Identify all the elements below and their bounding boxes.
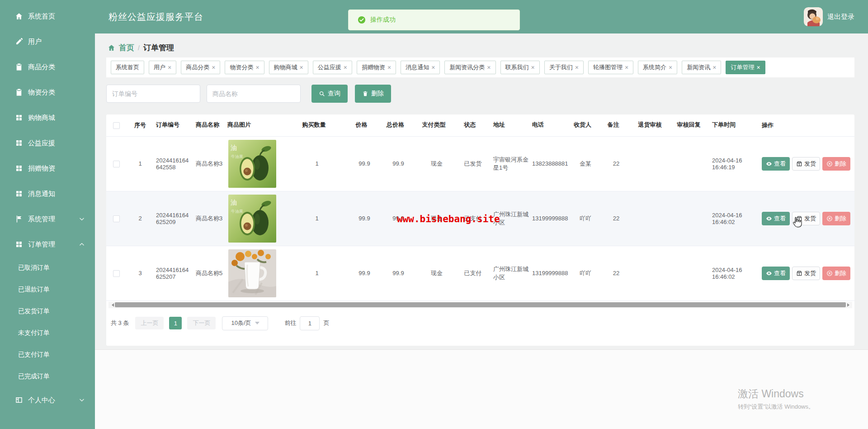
close-icon[interactable]: × — [431, 64, 435, 71]
view-button[interactable]: 查看 — [762, 267, 790, 280]
col-header-order-time[interactable]: 下单时间 — [710, 114, 760, 136]
col-header-price[interactable]: 价格 — [351, 114, 378, 136]
close-icon[interactable]: × — [344, 64, 347, 71]
breadcrumb-home[interactable]: 首页 — [119, 43, 134, 53]
sort-carets-icon[interactable] — [703, 121, 707, 129]
row-delete-button[interactable]: 删除 — [822, 157, 850, 171]
tab-welfare-support[interactable]: 公益应援× — [313, 61, 352, 74]
tab-carousel-manage[interactable]: 轮播图管理× — [588, 61, 633, 74]
select-all-checkbox[interactable] — [113, 122, 120, 129]
sort-carets-icon[interactable] — [182, 121, 185, 129]
sidebar-item-system-manage[interactable]: 系统管理 — [0, 206, 95, 232]
view-button[interactable]: 查看 — [762, 212, 790, 225]
sort-carets-icon[interactable] — [478, 121, 482, 129]
sidebar-item-welfare-support[interactable]: 公益应援 — [0, 130, 95, 156]
col-header-product-image[interactable]: 商品图片 — [225, 114, 283, 136]
tab-system-intro[interactable]: 系统简介× — [638, 61, 677, 74]
sort-carets-icon[interactable] — [622, 121, 625, 129]
col-header-return-audit[interactable]: 退货审核 — [632, 114, 674, 136]
close-icon[interactable]: × — [625, 64, 628, 71]
col-header-phone[interactable]: 电话 — [530, 114, 571, 136]
sidebar-item-system-home[interactable]: 系统首页 — [0, 4, 95, 29]
tab-shopping-mall[interactable]: 购物商城× — [269, 61, 308, 74]
product-name-input[interactable] — [207, 85, 301, 103]
sort-carets-icon[interactable] — [546, 121, 550, 129]
goto-page-input[interactable] — [300, 316, 320, 330]
close-icon[interactable]: × — [531, 64, 535, 71]
col-header-product-name[interactable]: 商品名称 — [193, 114, 225, 136]
query-button[interactable]: 查询 — [311, 85, 348, 103]
row-checkbox[interactable] — [113, 161, 120, 167]
close-icon[interactable]: × — [168, 64, 171, 71]
close-icon[interactable]: × — [712, 64, 716, 71]
col-header-audit-reply[interactable]: 审核回复 — [674, 114, 710, 136]
ship-button[interactable]: 发货 — [792, 212, 820, 225]
sidebar-subitem-shipped-orders[interactable]: 已发货订单 — [0, 300, 95, 322]
sort-carets-icon[interactable] — [664, 121, 668, 129]
col-header-pay-type[interactable]: 支付类型 — [419, 114, 455, 136]
sidebar-subitem-refunded-orders[interactable]: 已退款订单 — [0, 279, 95, 300]
scroll-left-arrow[interactable] — [108, 302, 115, 308]
tab-order-manage[interactable]: 订单管理× — [726, 61, 765, 74]
close-icon[interactable]: × — [756, 64, 760, 71]
ship-button[interactable]: 发货 — [792, 157, 820, 171]
row-delete-button[interactable]: 删除 — [822, 267, 850, 280]
sidebar-subitem-cancelled-orders[interactable]: 已取消订单 — [0, 257, 95, 279]
tab-system-home[interactable]: 系统首页 — [111, 61, 144, 74]
close-icon[interactable]: × — [212, 64, 215, 71]
tab-about-us[interactable]: 关于我们× — [544, 61, 584, 74]
tab-news[interactable]: 新闻资讯× — [682, 61, 721, 74]
sidebar-subitem-completed-orders[interactable]: 已完成订单 — [0, 366, 95, 387]
next-page-button[interactable]: 下一页 — [187, 317, 216, 329]
sort-carets-icon[interactable] — [406, 121, 410, 129]
order-no-input[interactable] — [106, 85, 200, 103]
close-icon[interactable]: × — [300, 64, 303, 71]
row-delete-button[interactable]: 删除 — [822, 212, 850, 225]
sort-carets-icon[interactable] — [507, 121, 511, 129]
scroll-thumb[interactable] — [115, 302, 846, 307]
row-checkbox[interactable] — [113, 270, 120, 277]
tab-news-category[interactable]: 新闻资讯分类× — [444, 61, 495, 74]
delete-button[interactable]: 删除 — [355, 85, 391, 103]
sidebar-subitem-paid-orders[interactable]: 已支付订单 — [0, 344, 95, 366]
row-checkbox[interactable] — [113, 215, 120, 222]
sidebar-subitem-unpaid-orders[interactable]: 未支付订单 — [0, 322, 95, 344]
page-1-button[interactable]: 1 — [169, 317, 182, 329]
tab-donated-materials[interactable]: 捐赠物资× — [357, 61, 396, 74]
col-header-address[interactable]: 地址 — [491, 114, 530, 136]
sidebar-item-order-manage[interactable]: 订单管理 — [0, 232, 95, 257]
close-icon[interactable]: × — [387, 64, 391, 71]
sidebar-item-personal-center[interactable]: 个人中心 — [0, 387, 95, 413]
tab-product-category[interactable]: 商品分类× — [181, 61, 220, 74]
avatar[interactable] — [804, 7, 823, 26]
col-header-quantity[interactable]: 购买数量 — [283, 114, 351, 136]
tab-material-category[interactable]: 物资分类× — [225, 61, 264, 74]
horizontal-scrollbar[interactable] — [108, 302, 852, 308]
prev-page-button[interactable]: 上一页 — [135, 317, 164, 329]
close-icon[interactable]: × — [669, 64, 672, 71]
view-button[interactable]: 查看 — [762, 157, 790, 171]
col-header-order-no[interactable]: 订单编号 — [154, 114, 193, 136]
sidebar-item-users[interactable]: 用户 — [0, 29, 95, 54]
tab-message-notice[interactable]: 消息通知× — [401, 61, 440, 74]
sidebar-item-product-category[interactable]: 商品分类 — [0, 54, 95, 80]
page-size-select[interactable]: 10条/页 — [222, 316, 268, 330]
sort-carets-icon[interactable] — [448, 121, 452, 129]
sort-carets-icon[interactable] — [370, 121, 373, 129]
sidebar-item-message-notice[interactable]: 消息通知 — [0, 181, 95, 206]
col-header-receiver[interactable]: 收货人 — [571, 114, 600, 136]
sort-carets-icon[interactable] — [328, 121, 332, 129]
sidebar-item-shopping-mall[interactable]: 购物商城 — [0, 105, 95, 130]
sort-carets-icon[interactable] — [738, 121, 741, 129]
sidebar-item-material-category[interactable]: 物资分类 — [0, 80, 95, 105]
scroll-right-arrow[interactable] — [846, 302, 852, 308]
close-icon[interactable]: × — [575, 64, 579, 71]
close-icon[interactable]: × — [487, 64, 491, 71]
tab-users[interactable]: 用户× — [149, 61, 176, 74]
col-header-remark[interactable]: 备注 — [600, 114, 632, 136]
sort-carets-icon[interactable] — [222, 121, 225, 129]
col-header-total-price[interactable]: 总价格 — [378, 114, 419, 136]
sort-carets-icon[interactable] — [253, 121, 257, 129]
sort-carets-icon[interactable] — [594, 121, 597, 129]
logout-button[interactable]: 退出登录 — [827, 13, 854, 21]
